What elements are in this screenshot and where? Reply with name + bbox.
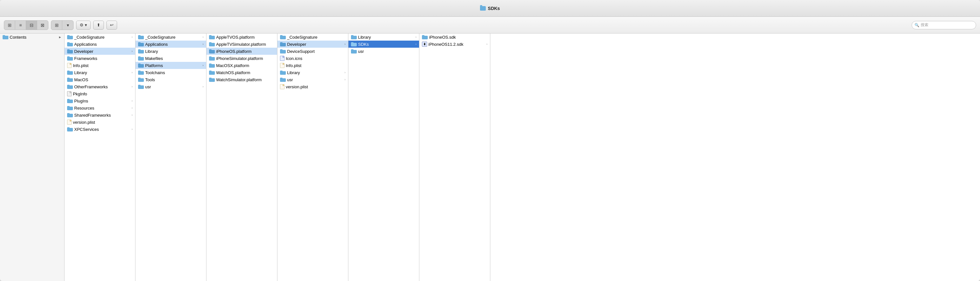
item-makefiles2[interactable]: Makefiles <box>135 55 206 62</box>
view-column-btn[interactable]: ⊟ <box>26 21 37 30</box>
item-watchsim3[interactable]: WatchSimulator.platform <box>207 76 277 83</box>
view-gallery-btn[interactable]: ⊠ <box>37 21 48 30</box>
share-btn[interactable]: ⬆ <box>93 21 104 30</box>
item-label: _CodeSignature <box>74 35 130 40</box>
item-label: WatchOS.platform <box>216 70 275 75</box>
item-label: Tools <box>145 77 204 82</box>
column-4: _CodeSignature Developer › DeviceSupport… <box>277 33 348 281</box>
item-label: iPhoneOS11.2.sdk <box>428 42 485 47</box>
item-label: AppleTVSimulator.platform <box>216 42 275 47</box>
item-label: usr <box>287 77 343 82</box>
item-codesig2[interactable]: _CodeSignature › <box>135 33 206 41</box>
chevron-icon: › <box>487 43 487 46</box>
item-label: Applications <box>74 42 132 47</box>
folder-icon <box>67 127 73 132</box>
window-title: SDKs <box>480 6 500 11</box>
search-icon: 🔍 <box>915 23 920 27</box>
item-platforms2[interactable]: Platforms › <box>135 62 206 69</box>
item-label: AppleTVOS.platform <box>216 35 275 40</box>
item-pkginfo1[interactable]: PkgInfo <box>65 90 135 97</box>
item-sdks5[interactable]: SDKs › <box>348 41 419 48</box>
item-usr4[interactable]: usr › <box>277 76 348 83</box>
item-iphoneos-sdk6[interactable]: iPhoneOS.sdk <box>419 33 490 41</box>
item-macosx3[interactable]: MacOSX.platform <box>207 62 277 69</box>
sidebar-contents-item[interactable]: Contents ▶ <box>0 33 64 41</box>
item-infoplist4[interactable]: Info.plist <box>277 62 348 69</box>
item-developer4[interactable]: Developer › <box>277 41 348 48</box>
item-label: iPhoneSimulator.platform <box>216 56 275 61</box>
item-appletvsim3[interactable]: AppleTVSimulator.platform <box>207 41 277 48</box>
item-macos1[interactable]: MacOS <box>65 76 135 83</box>
sidebar-disclosure[interactable]: ▶ <box>58 35 62 39</box>
item-infoplist1[interactable]: Info.plist <box>65 62 135 69</box>
folder-icon <box>138 64 144 68</box>
back-btn[interactable]: ↩ <box>107 21 117 30</box>
folder-icon <box>280 49 286 54</box>
view-options-arrow[interactable]: ▾ <box>62 21 73 30</box>
folder-icon <box>67 113 73 117</box>
item-library4[interactable]: Library › <box>277 69 348 76</box>
item-versionplist1[interactable]: version.plist <box>65 119 135 126</box>
item-sharedframeworks1[interactable]: SharedFrameworks › <box>65 111 135 119</box>
gear-arrow-icon: ▾ <box>85 22 87 27</box>
column-3: AppleTVOS.platform AppleTVSimulator.plat… <box>207 33 277 281</box>
item-applications1[interactable]: Applications <box>65 41 135 48</box>
chevron-icon: › <box>345 43 345 46</box>
title-text: SDKs <box>488 6 500 11</box>
action-gear-btn[interactable]: ⚙ ▾ <box>76 21 91 30</box>
item-devicesupport4[interactable]: DeviceSupport <box>277 48 348 55</box>
folder-icon <box>138 42 144 46</box>
item-usr2[interactable]: usr › <box>135 83 206 90</box>
item-label: Resources <box>74 106 130 111</box>
item-iconicns4[interactable]: Icon.icns <box>277 55 348 62</box>
item-label: Info.plist <box>73 63 132 68</box>
item-codesig4[interactable]: _CodeSignature <box>277 33 348 41</box>
view-options-btn[interactable]: ⊞ <box>51 21 62 30</box>
folder-icon <box>67 78 73 82</box>
item-label: PkgInfo <box>73 92 132 96</box>
folder-icon <box>67 35 73 39</box>
column-1: _CodeSignature › Applications Developer … <box>65 33 135 281</box>
folder-icon <box>67 56 73 60</box>
item-usr5[interactable]: usr <box>348 48 419 55</box>
item-iphoneos112-sdk6[interactable]: 📱 iPhoneOS11.2.sdk › <box>419 41 490 48</box>
item-watchos3[interactable]: WatchOS.platform <box>207 69 277 76</box>
item-label: SDKs <box>358 42 414 47</box>
folder-icon <box>209 71 215 75</box>
search-box[interactable]: 🔍 搜索 <box>912 21 976 29</box>
item-library1[interactable]: Library › <box>65 69 135 76</box>
folder-icon <box>138 49 144 54</box>
item-xpcservices1[interactable]: XPCServices › <box>65 126 135 133</box>
item-iphonesim3[interactable]: iPhoneSimulator.platform <box>207 55 277 62</box>
item-label: Developer <box>74 49 130 54</box>
share-icon: ⬆ <box>97 22 100 27</box>
item-toolchains2[interactable]: Toolchains <box>135 69 206 76</box>
folder-icon <box>138 35 144 39</box>
item-label: Frameworks <box>74 56 132 61</box>
item-appletvos3[interactable]: AppleTVOS.platform <box>207 33 277 41</box>
column-2: _CodeSignature › Applications › Library … <box>135 33 207 281</box>
item-plugins1[interactable]: PlugIns › <box>65 97 135 105</box>
item-library5[interactable]: Library › <box>348 33 419 41</box>
item-developer1[interactable]: Developer › <box>65 48 135 55</box>
item-iphoneos3[interactable]: iPhoneOS.platform <box>207 48 277 55</box>
item-versionplist4[interactable]: version.plist <box>277 83 348 90</box>
icns-icon <box>280 56 285 61</box>
folder-icon <box>138 85 144 89</box>
item-label: Library <box>287 70 343 75</box>
view-mode-group: ⊞ ≡ ⊟ ⊠ <box>4 20 48 30</box>
item-applications2[interactable]: Applications › <box>135 41 206 48</box>
item-library2[interactable]: Library <box>135 48 206 55</box>
chevron-icon: › <box>132 35 132 39</box>
item-label: _CodeSignature <box>145 35 201 40</box>
item-label: Makefiles <box>145 56 204 61</box>
item-label: Info.plist <box>286 63 345 68</box>
item-frameworks1[interactable]: Frameworks <box>65 55 135 62</box>
view-icon-btn[interactable]: ⊞ <box>4 21 15 30</box>
item-otherframeworks1[interactable]: OtherFrameworks › <box>65 83 135 90</box>
item-tools2[interactable]: Tools <box>135 76 206 83</box>
view-list-btn[interactable]: ≡ <box>15 21 26 30</box>
item-label: Library <box>145 49 204 54</box>
item-resources1[interactable]: Resources › <box>65 105 135 111</box>
item-codesig1[interactable]: _CodeSignature › <box>65 33 135 41</box>
